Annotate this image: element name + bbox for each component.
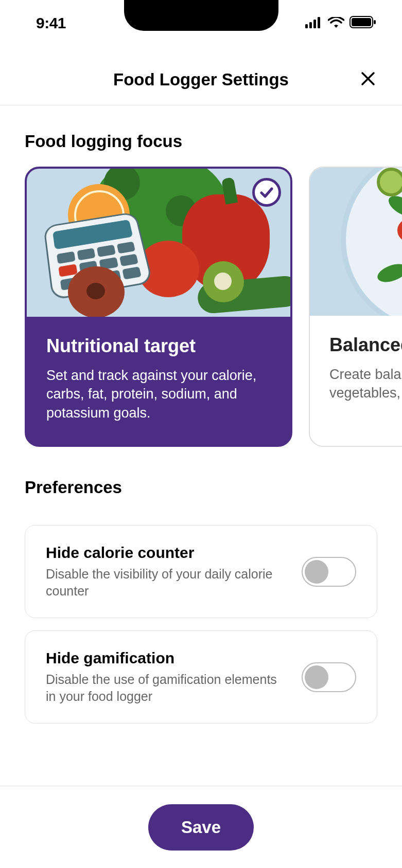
pref-desc: Disable the use of gamification elements… <box>46 671 289 704</box>
toggle-hide-calorie-counter[interactable] <box>302 557 356 587</box>
focus-card-title: Nutritional target <box>46 335 271 357</box>
status-time: 9:41 <box>36 14 66 32</box>
pref-title: Hide gamification <box>46 649 289 667</box>
pref-item-hide-calorie-counter: Hide calorie counter Disable the visibil… <box>25 525 377 618</box>
svg-rect-1 <box>309 22 312 28</box>
toggle-hide-gamification[interactable] <box>302 662 356 692</box>
svg-rect-6 <box>374 20 376 24</box>
device-notch <box>124 0 278 31</box>
focus-card-desc: Set and track against your calorie, carb… <box>46 366 271 422</box>
svg-rect-3 <box>318 17 320 28</box>
focus-card-desc: Create balanced meals with protein, vege… <box>329 365 402 403</box>
main-content: Food logging focus <box>0 106 402 868</box>
page-header: Food Logger Settings <box>0 54 402 105</box>
svg-rect-0 <box>305 24 308 28</box>
cellular-icon <box>305 14 323 32</box>
footer-bar: Save <box>0 786 402 868</box>
close-button[interactable] <box>357 68 379 91</box>
section-title-preferences: Preferences <box>0 447 402 513</box>
pref-desc: Disable the visibility of your daily cal… <box>46 566 289 599</box>
section-title-focus: Food logging focus <box>0 106 402 167</box>
focus-card-balanced-plate[interactable]: Balanced plate Create balanced meals wit… <box>309 167 402 447</box>
pref-item-hide-gamification: Hide gamification Disable the use of gam… <box>25 630 377 724</box>
close-icon <box>360 71 376 88</box>
focus-card-title: Balanced plate <box>329 334 402 356</box>
wifi-icon <box>328 14 344 32</box>
svg-rect-2 <box>313 20 316 28</box>
focus-cards-carousel[interactable]: Nutritional target Set and track against… <box>0 167 402 447</box>
selected-check-icon <box>252 178 281 207</box>
battery-icon <box>349 14 376 32</box>
focus-card-nutritional-target[interactable]: Nutritional target Set and track against… <box>25 167 292 447</box>
pref-title: Hide calorie counter <box>46 544 289 562</box>
svg-rect-5 <box>352 18 371 26</box>
focus-card-illustration <box>27 169 290 317</box>
page-title: Food Logger Settings <box>113 70 289 89</box>
focus-card-illustration <box>310 168 402 316</box>
save-button[interactable]: Save <box>148 804 254 851</box>
